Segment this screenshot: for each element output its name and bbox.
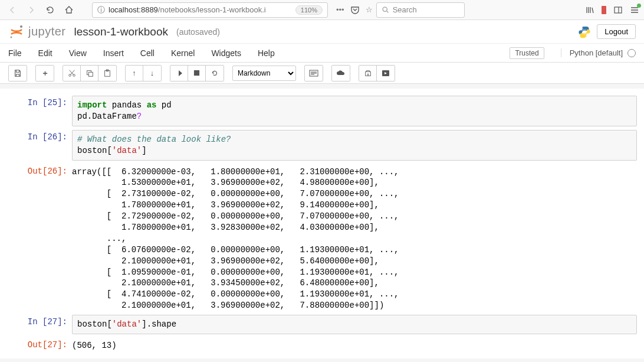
back-button [5,2,20,18]
search-placeholder: Search [393,5,417,14]
copy-button[interactable] [81,66,98,81]
sidebar-icon[interactable] [613,5,623,15]
svg-rect-9 [88,72,93,76]
code-cell[interactable]: In [27]: boston['data'].shape [7,315,637,334]
zoom-badge[interactable]: 110% [295,5,323,15]
input-prompt: In [27]: [7,315,72,334]
menu-bar: File Edit View Insert Cell Kernel Widget… [0,44,644,63]
menu-cell[interactable]: Cell [140,48,155,58]
extension-icon[interactable] [602,6,606,14]
menu-edit[interactable]: Edit [38,48,52,58]
code-output: (506, 13) [72,338,637,351]
code-cell[interactable]: In [26]: # What does the data look like?… [7,130,637,161]
code-input[interactable]: boston['data'].shape [72,315,637,334]
svg-rect-10 [105,70,110,76]
svg-point-2 [20,25,22,28]
menu-file[interactable]: File [8,48,22,58]
open-button[interactable] [359,66,377,81]
kernel-indicator[interactable]: Python [default] [561,48,636,57]
url-path: /notebooks/lesson-1-workbook.i [158,5,266,14]
reload-button[interactable] [42,2,58,18]
cell-type-select[interactable]: Markdown [232,66,296,81]
jupyter-logo-text: jupyter [28,25,66,38]
input-prompt: In [25]: [7,96,72,126]
bookmark-icon[interactable]: ☆ [366,5,373,14]
forward-button [24,2,39,18]
menu-help[interactable]: Help [258,48,275,58]
save-button[interactable] [9,66,27,81]
svg-point-0 [383,7,387,11]
svg-rect-12 [194,70,199,76]
menu-insert[interactable]: Insert [103,48,124,58]
more-icon[interactable]: ••• [336,5,344,14]
info-icon: ⓘ [97,5,105,15]
code-cell[interactable]: In [25]: import pandas as pd pd.DataFram… [7,96,637,126]
notebook-name[interactable]: lesson-1-workbook [74,25,168,38]
url-host: localhost:8889 [109,5,158,14]
trusted-indicator[interactable]: Trusted [510,47,544,59]
logout-button[interactable]: Logout [597,24,636,39]
add-cell-button[interactable]: ＋ [36,66,54,81]
move-up-button[interactable]: ↑ [126,66,143,81]
python-icon [578,25,591,38]
menu-widgets[interactable]: Widgets [211,48,241,58]
library-icon[interactable] [585,5,594,15]
stop-button[interactable] [188,66,206,81]
output-prompt: Out[26]: [7,164,72,312]
svg-point-5 [586,35,587,36]
jupyter-header: jupyter lesson-1-workbook (autosaved) Lo… [0,20,644,44]
home-button[interactable] [61,2,77,18]
move-down-button[interactable]: ↓ [143,66,161,81]
code-input[interactable]: import pandas as pd pd.DataFrame? [72,96,637,126]
command-palette-button[interactable] [305,66,323,81]
cloud-button[interactable] [332,66,350,81]
kernel-status-icon [627,49,636,57]
toolbar: ＋ ↑ ↓ Markdown [0,63,644,84]
hamburger-icon[interactable] [630,5,639,15]
output-cell: Out[26]: array([[ 6.32000000e-03, 1.8000… [7,164,637,312]
run-button[interactable] [170,66,188,81]
url-bar[interactable]: ⓘ localhost:8889/notebooks/lesson-1-work… [92,2,328,18]
svg-rect-1 [615,7,622,13]
paste-button[interactable] [98,66,116,81]
output-cell: Out[27]: (506, 13) [7,338,637,351]
kernel-name: Python [default] [570,48,623,57]
menu-kernel[interactable]: Kernel [171,48,195,58]
cut-button[interactable] [63,66,81,81]
presentation-button[interactable] [377,66,395,81]
restart-button[interactable] [206,66,224,81]
code-input[interactable]: # What does the data look like? boston['… [72,130,637,161]
menu-view[interactable]: View [69,48,87,58]
pocket-icon[interactable] [350,5,360,15]
browser-chrome: ⓘ localhost:8889/notebooks/lesson-1-work… [0,0,644,20]
output-prompt: Out[27]: [7,338,72,351]
browser-search[interactable]: Search [376,2,465,18]
svg-point-3 [11,36,12,38]
jupyter-logo[interactable]: jupyter [8,24,66,40]
save-status: (autosaved) [176,27,220,37]
code-output: array([[ 6.32000000e-03, 1.80000000e+01,… [72,164,637,312]
svg-point-4 [582,27,583,28]
notebook-area[interactable]: In [25]: import pandas as pd pd.DataFram… [0,84,644,362]
input-prompt: In [26]: [7,130,72,161]
